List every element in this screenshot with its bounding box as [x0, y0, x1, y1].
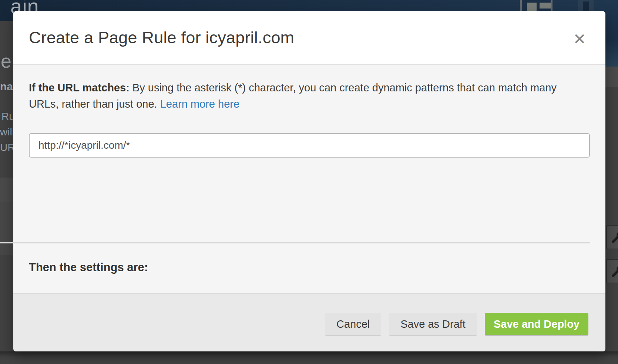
background-band [605, 0, 618, 67]
settings-heading: Then the settings are: [29, 261, 148, 274]
background-text-fragment: e [1, 50, 11, 72]
background-text-fragment: Ru [1, 111, 13, 122]
learn-more-link[interactable]: Learn more here [160, 98, 239, 110]
cancel-button[interactable]: Cancel [325, 313, 381, 335]
background-bottom-strip [0, 351, 618, 364]
background-band [0, 178, 13, 202]
background-band [0, 202, 13, 255]
background-left-strip: e nav Ru will UR [0, 21, 13, 351]
background-text-fragment: nav [0, 80, 13, 93]
save-as-draft-button[interactable]: Save as Draft [389, 313, 477, 335]
modal-body: If the URL matches: By using the asteris… [13, 80, 605, 158]
wrench-icon [610, 264, 618, 279]
save-and-deploy-button[interactable]: Save and Deploy [485, 313, 588, 335]
url-match-paragraph: If the URL matches: By using the asteris… [29, 80, 577, 112]
page-rule-modal: Create a Page Rule for icyapril.com ✕ If… [13, 11, 605, 351]
close-button[interactable]: ✕ [570, 30, 589, 49]
modal-footer: Cancel Save as Draft Save and Deploy [13, 293, 605, 351]
url-match-label: If the URL matches: [29, 82, 130, 94]
background-rule-box [606, 225, 618, 249]
modal-header: Create a Page Rule for icyapril.com ✕ [13, 11, 605, 65]
url-pattern-input[interactable] [29, 133, 590, 158]
background-rule-box [606, 259, 618, 283]
grid-icon-bar [540, 3, 551, 9]
footer-buttons: Cancel Save as Draft Save and Deploy [325, 313, 588, 335]
close-icon: ✕ [573, 30, 586, 48]
background-band [605, 67, 618, 87]
background-text-fragment: UR [0, 142, 13, 154]
wrench-icon [610, 230, 618, 245]
background-text-fragment: will [0, 126, 13, 138]
section-divider [0, 242, 590, 243]
modal-title: Create a Page Rule for icyapril.com [29, 28, 294, 47]
background-right-strip [605, 0, 618, 351]
screen: ain. e nav Ru will UR [0, 0, 618, 364]
